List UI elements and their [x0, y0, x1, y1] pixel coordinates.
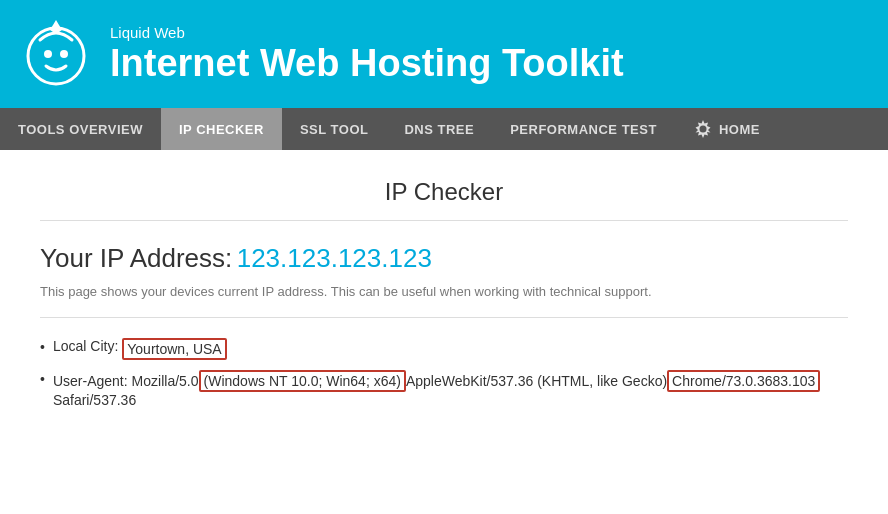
nav-home[interactable]: HOME	[675, 108, 778, 150]
ip-section: Your IP Address: 123.123.123.123	[40, 243, 848, 274]
svg-point-5	[699, 126, 706, 133]
nav-ssl-tool[interactable]: SSL TOOL	[282, 108, 387, 150]
logo-icon	[20, 18, 92, 90]
header-title: Internet Web Hosting Toolkit	[110, 43, 624, 85]
user-agent-highlight1: (Windows NT 10.0; Win64; x64)	[199, 370, 406, 392]
ip-address: 123.123.123.123	[237, 243, 432, 273]
local-city-label: Local City:	[53, 338, 118, 354]
bullet-user-agent: •	[40, 371, 45, 387]
svg-point-0	[28, 28, 84, 84]
local-city-value: Yourtown, USA	[122, 338, 226, 360]
nav-performance-test[interactable]: PERFORMANCE TEST	[492, 108, 675, 150]
user-agent-line: User-Agent: Mozilla/5.0 (Windows NT 10.0…	[53, 370, 848, 408]
navbar: TOOLS OVERVIEW IP CHECKER SSL TOOL DNS T…	[0, 108, 888, 150]
ip-label: Your IP Address:	[40, 243, 232, 273]
header-text: Liquid Web Internet Web Hosting Toolkit	[110, 24, 624, 85]
nav-dns-tree[interactable]: DNS TREE	[386, 108, 492, 150]
user-agent-prefix: Mozilla/5.0	[132, 373, 199, 389]
details-section: • Local City: Yourtown, USA • User-Agent…	[40, 338, 848, 408]
site-header: Liquid Web Internet Web Hosting Toolkit	[0, 0, 888, 108]
bullet-local-city: •	[40, 339, 45, 355]
nav-home-label: HOME	[719, 122, 760, 137]
user-agent-item: • User-Agent: Mozilla/5.0 (Windows NT 10…	[40, 370, 848, 408]
local-city-item: • Local City: Yourtown, USA	[40, 338, 848, 360]
header-brand: Liquid Web	[110, 24, 624, 41]
page-title: IP Checker	[40, 178, 848, 221]
user-agent-highlight2: Chrome/73.0.3683.103	[667, 370, 820, 392]
user-agent-suffix: Safari/537.36	[53, 392, 136, 408]
user-agent-label: User-Agent:	[53, 373, 128, 389]
nav-tools-overview[interactable]: TOOLS OVERVIEW	[0, 108, 161, 150]
svg-point-1	[44, 50, 52, 58]
home-gear-icon	[693, 119, 713, 139]
main-content: IP Checker Your IP Address: 123.123.123.…	[0, 150, 888, 458]
nav-ip-checker[interactable]: IP CHECKER	[161, 108, 282, 150]
page-description: This page shows your devices current IP …	[40, 284, 848, 318]
svg-point-2	[60, 50, 68, 58]
user-agent-middle: AppleWebKit/537.36 (KHTML, like Gecko)	[406, 373, 667, 389]
